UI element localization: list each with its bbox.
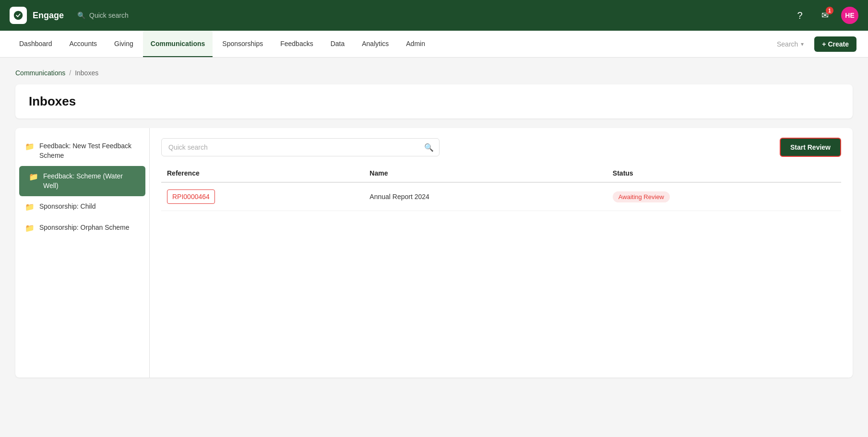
col-reference: Reference (161, 165, 364, 182)
breadcrumb-current: Inboxes (75, 69, 98, 77)
top-bar-right: ? ✉ 1 HE (791, 7, 858, 24)
search-icon: 🔍 (77, 12, 85, 19)
page-header-card: Inboxes (15, 84, 853, 118)
reference-badge[interactable]: RPI0000464 (167, 189, 215, 204)
secondary-nav: Dashboard Accounts Giving Communications… (0, 31, 868, 58)
page-title: Inboxes (29, 94, 839, 109)
col-status: Status (607, 165, 841, 182)
start-review-button[interactable]: Start Review (780, 138, 841, 157)
nav-item-analytics[interactable]: Analytics (354, 31, 396, 57)
nav-item-admin[interactable]: Admin (398, 31, 433, 57)
nav-search-label: Search (777, 40, 798, 48)
sidebar-item-sponsorship-orphan[interactable]: 📁 Sponsorship: Orphan Scheme (15, 217, 149, 238)
nav-item-giving[interactable]: Giving (107, 31, 141, 57)
sidebar-item-sponsorship-child[interactable]: 📁 Sponsorship: Child (15, 196, 149, 217)
sidebar-item-label: Feedback: New Test Feedback Scheme (39, 142, 140, 160)
cell-status: Awaiting Review (607, 182, 841, 211)
inbox-toolbar: 🔍 Start Review (161, 138, 841, 157)
nav-item-feedbacks[interactable]: Feedbacks (273, 31, 321, 57)
user-avatar[interactable]: HE (841, 7, 858, 24)
nav-item-communications[interactable]: Communications (143, 31, 213, 57)
col-name: Name (364, 165, 607, 182)
notifications-button[interactable]: ✉ 1 (816, 7, 833, 24)
nav-right: Search ▾ + Create (772, 36, 856, 52)
breadcrumb-parent[interactable]: Communications (15, 69, 65, 77)
help-circle-icon: ? (797, 10, 802, 21)
help-button[interactable]: ? (791, 7, 809, 24)
quick-search-container: 🔍 (161, 138, 440, 156)
folder-icon: 📁 (25, 202, 35, 212)
content-card: 📁 Feedback: New Test Feedback Scheme 📁 F… (15, 128, 853, 378)
folder-icon: 📁 (25, 142, 35, 151)
logo-icon[interactable] (10, 7, 27, 24)
nav-item-data[interactable]: Data (323, 31, 353, 57)
table-row[interactable]: RPI0000464 Annual Report 2024 Awaiting R… (161, 182, 841, 211)
cell-name: Annual Report 2024 (364, 182, 607, 211)
table-body: RPI0000464 Annual Report 2024 Awaiting R… (161, 182, 841, 211)
sidebar-item-feedback-scheme-water-well[interactable]: 📁 Feedback: Scheme (Water Well) (19, 166, 145, 196)
top-bar-left: Engage 🔍 Quick search (10, 7, 129, 24)
sidebar-item-label: Sponsorship: Orphan Scheme (39, 223, 130, 233)
inbox-table: Reference Name Status RPI0000464 Annual … (161, 165, 841, 211)
folder-icon-active: 📁 (29, 172, 38, 181)
folder-icon: 📁 (25, 224, 35, 233)
breadcrumb-separator: / (69, 69, 71, 77)
quick-search-input[interactable] (161, 138, 440, 156)
nav-links: Dashboard Accounts Giving Communications… (12, 31, 433, 57)
notification-badge: 1 (826, 7, 833, 14)
breadcrumb: Communications / Inboxes (15, 69, 853, 77)
nav-item-accounts[interactable]: Accounts (62, 31, 105, 57)
nav-search[interactable]: Search ▾ (772, 37, 809, 51)
inbox-sidebar: 📁 Feedback: New Test Feedback Scheme 📁 F… (15, 128, 150, 378)
top-quick-search[interactable]: 🔍 Quick search (77, 12, 129, 19)
main-content: Communications / Inboxes Inboxes 📁 Feedb… (0, 58, 868, 437)
top-bar: Engage 🔍 Quick search ? ✉ 1 HE (0, 0, 868, 31)
status-badge: Awaiting Review (613, 191, 670, 202)
cell-reference[interactable]: RPI0000464 (161, 182, 364, 211)
table-header: Reference Name Status (161, 165, 841, 182)
sidebar-item-label-active: Feedback: Scheme (Water Well) (43, 172, 136, 190)
chevron-down-icon: ▾ (801, 41, 804, 47)
app-title: Engage (33, 11, 64, 21)
sidebar-item-feedback-new-test[interactable]: 📁 Feedback: New Test Feedback Scheme (15, 136, 149, 166)
create-button[interactable]: + Create (814, 36, 856, 52)
inbox-main: 🔍 Start Review Reference Name Status RPI… (150, 128, 853, 378)
nav-item-sponsorships[interactable]: Sponsorships (214, 31, 271, 57)
nav-item-dashboard[interactable]: Dashboard (12, 31, 60, 57)
sidebar-item-label: Sponsorship: Child (39, 202, 96, 212)
